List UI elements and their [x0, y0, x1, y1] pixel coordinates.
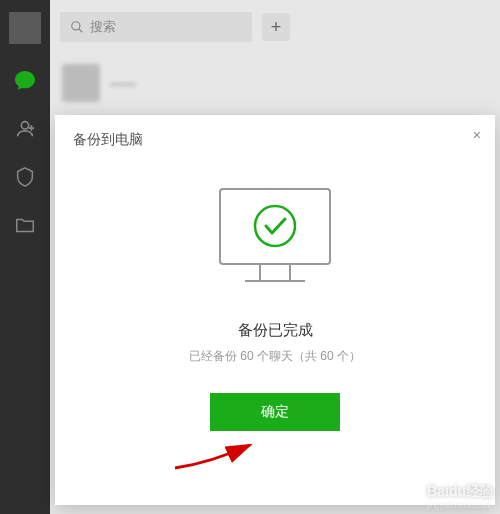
svg-line-1: [79, 29, 83, 33]
search-input[interactable]: 搜索: [60, 12, 252, 42]
files-icon[interactable]: [12, 212, 38, 238]
close-icon[interactable]: ×: [473, 127, 481, 143]
chat-avatar: [62, 64, 100, 102]
watermark: Baidu经验 jingyan.baidu.com: [427, 483, 494, 510]
svg-point-0: [72, 22, 80, 30]
avatar[interactable]: [9, 12, 41, 44]
search-icon: [70, 20, 84, 34]
search-row: 搜索 +: [50, 0, 300, 54]
collection-icon[interactable]: [12, 164, 38, 190]
backup-modal: 备份到电脑 × 备份已完成 已经备份 60 个聊天（共 60 个） 确定: [55, 115, 495, 505]
annotation-arrow: [170, 433, 260, 473]
svg-point-6: [255, 206, 295, 246]
modal-title: 备份到电脑: [73, 131, 143, 147]
search-placeholder: 搜索: [90, 18, 116, 36]
contacts-icon[interactable]: [12, 116, 38, 142]
status-subtitle: 已经备份 60 个聊天（共 60 个）: [55, 348, 495, 365]
confirm-button[interactable]: 确定: [210, 393, 340, 431]
sidebar: [0, 0, 50, 514]
add-button[interactable]: +: [262, 13, 290, 41]
chat-item[interactable]: ——: [50, 54, 300, 112]
svg-rect-2: [220, 189, 330, 264]
monitor-illustration: [55, 179, 495, 299]
modal-header: 备份到电脑 ×: [55, 115, 495, 159]
chat-name: ——: [110, 76, 136, 91]
chat-icon[interactable]: [12, 68, 38, 94]
status-title: 备份已完成: [55, 321, 495, 340]
